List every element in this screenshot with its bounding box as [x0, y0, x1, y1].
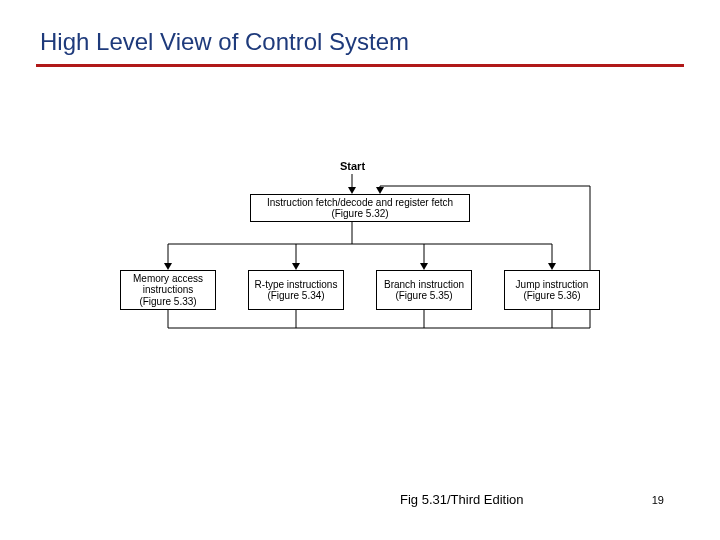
slide-title: High Level View of Control System	[40, 28, 409, 56]
node-fetch-decode: Instruction fetch/decode and register fe…	[250, 194, 470, 222]
svg-marker-5	[164, 263, 172, 270]
node-line: Branch instruction	[384, 279, 464, 291]
node-line: (Figure 5.35)	[395, 290, 452, 302]
node-line: (Figure 5.33)	[139, 296, 196, 308]
node-line: Memory access	[133, 273, 203, 285]
node-line: R-type instructions	[255, 279, 338, 291]
node-branch: Branch instruction (Figure 5.35)	[376, 270, 472, 310]
svg-marker-20	[376, 187, 384, 194]
node-line: (Figure 5.34)	[267, 290, 324, 302]
node-line: (Figure 5.32)	[331, 208, 388, 220]
node-line: Jump instruction	[516, 279, 589, 291]
title-underline	[36, 64, 684, 67]
svg-marker-7	[292, 263, 300, 270]
connector-lines	[120, 160, 600, 340]
page-number: 19	[652, 494, 664, 506]
node-memory-access: Memory access instructions (Figure 5.33)	[120, 270, 216, 310]
node-line: instructions	[143, 284, 194, 296]
figure-caption: Fig 5.31/Third Edition	[400, 492, 524, 507]
node-line: Instruction fetch/decode and register fe…	[267, 197, 453, 209]
node-line: (Figure 5.36)	[523, 290, 580, 302]
svg-marker-9	[420, 263, 428, 270]
node-rtype: R-type instructions (Figure 5.34)	[248, 270, 344, 310]
svg-marker-1	[348, 187, 356, 194]
node-jump: Jump instruction (Figure 5.36)	[504, 270, 600, 310]
control-system-diagram: Start Instruction fetch/decode and regis…	[120, 160, 600, 340]
svg-marker-11	[548, 263, 556, 270]
